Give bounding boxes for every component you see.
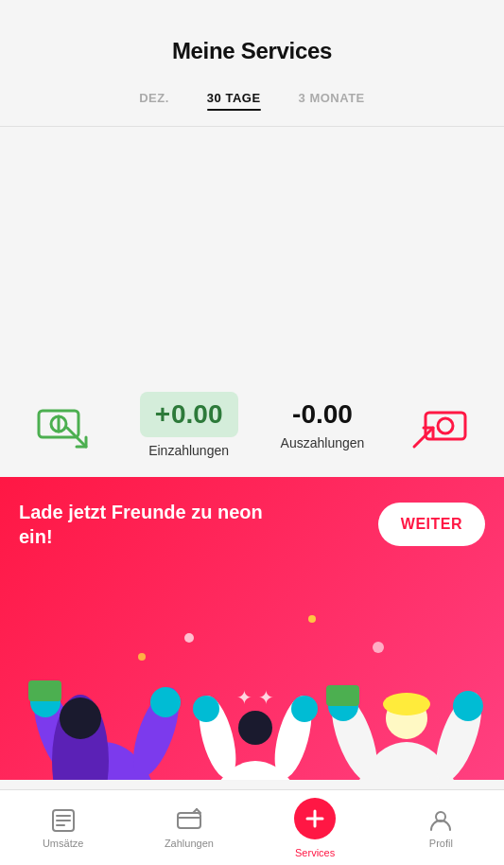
auszahlungen-label: Auszahlungen (281, 435, 365, 450)
svg-rect-4 (426, 413, 465, 439)
promo-illustration: ✦ ✦ (0, 562, 504, 780)
tab-dez[interactable]: DEZ. (139, 91, 169, 111)
auszahlungen-icon (407, 392, 473, 458)
promo-text: Lade jetzt Freunde zu neon ein! (19, 500, 275, 549)
svg-point-29 (453, 691, 483, 721)
promo-top-row: Lade jetzt Freunde zu neon ein! WEITER (19, 500, 485, 549)
nav-item-umsaetze[interactable]: Umsätze (0, 800, 126, 856)
svg-point-32 (184, 633, 194, 643)
svg-point-5 (438, 418, 453, 433)
content-area: +0.00 Einzahlungen -0.00 Auszahlungen (0, 127, 504, 865)
auszahlungen-card: -0.00 Auszahlungen (281, 399, 365, 450)
svg-rect-27 (326, 685, 359, 706)
svg-point-31 (383, 693, 430, 715)
svg-point-15 (60, 697, 101, 739)
nav-item-profil[interactable]: Profil (378, 800, 504, 856)
umsaetze-label: Umsätze (43, 838, 83, 849)
services-plus-button[interactable] (294, 798, 336, 839)
tab-30tage[interactable]: 30 TAGE (207, 91, 261, 111)
svg-point-33 (308, 615, 316, 623)
umsaetze-icon (50, 807, 77, 834)
einzahlungen-amount: +0.00 (140, 392, 238, 437)
svg-text:✦ ✦: ✦ ✦ (236, 687, 274, 708)
svg-point-23 (238, 711, 272, 745)
nav-item-zahlungen[interactable]: Zahlungen (126, 800, 252, 856)
svg-rect-40 (178, 813, 200, 828)
services-label: Services (295, 847, 335, 858)
auszahlungen-zero: 0 (301, 399, 316, 429)
auszahlungen-prefix: - (292, 399, 301, 430)
page: Meine Services DEZ. 30 TAGE 3 MONATE (0, 0, 504, 865)
svg-point-18 (193, 696, 219, 722)
svg-point-34 (373, 642, 384, 653)
svg-point-35 (138, 653, 146, 661)
weiter-button[interactable]: WEITER (378, 503, 485, 546)
chart-area (0, 127, 504, 373)
svg-rect-10 (28, 680, 61, 701)
nav-item-services[interactable]: Services (252, 790, 378, 866)
einzahlungen-decimal: .00 (186, 399, 223, 429)
auszahlungen-decimal: .00 (316, 399, 353, 429)
zahlungen-label: Zahlungen (165, 838, 214, 849)
profil-label: Profil (429, 838, 453, 849)
header: Meine Services (0, 0, 504, 79)
svg-point-20 (291, 696, 318, 722)
tab-3monate[interactable]: 3 MONATE (299, 91, 365, 111)
profil-icon (427, 807, 454, 834)
einzahlungen-label: Einzahlungen (148, 443, 229, 458)
page-title: Meine Services (19, 38, 485, 64)
svg-line-6 (414, 428, 433, 447)
auszahlungen-amount: -0.00 (292, 399, 353, 430)
einzahlungen-prefix: + (155, 399, 170, 430)
einzahlungen-zero: 0 (171, 399, 186, 429)
time-filter-bar: DEZ. 30 TAGE 3 MONATE (0, 79, 504, 127)
einzahlungen-icon (31, 392, 97, 458)
bottom-nav: Umsätze Zahlungen Services (0, 789, 504, 865)
summary-section: +0.00 Einzahlungen -0.00 Auszahlungen (0, 373, 504, 477)
svg-point-12 (150, 687, 181, 717)
zahlungen-icon (176, 807, 202, 834)
einzahlungen-card: +0.00 Einzahlungen (140, 392, 238, 458)
promo-banner: Lade jetzt Freunde zu neon ein! WEITER (0, 477, 504, 780)
